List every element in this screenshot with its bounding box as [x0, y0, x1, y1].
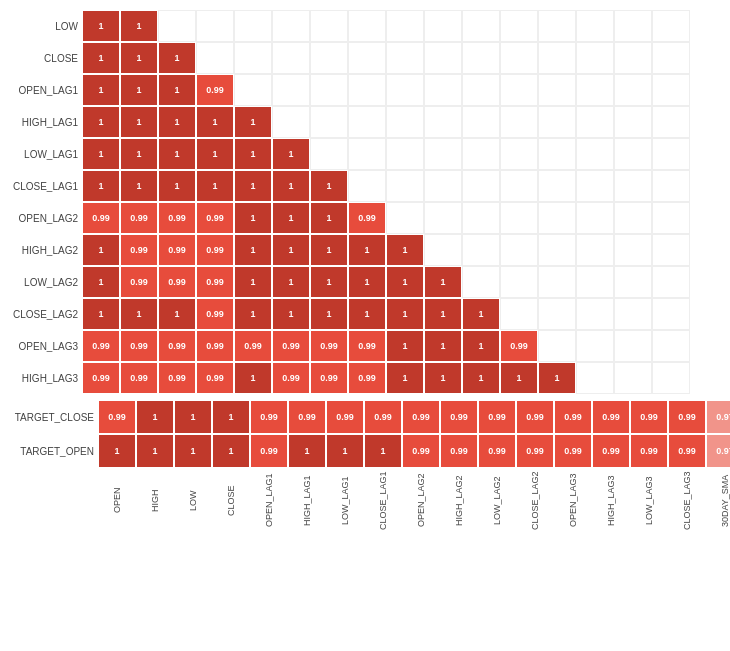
x-axis-label: CLOSE_LAG3 — [668, 468, 706, 533]
lower-heatmap-cell: 0.99 — [516, 434, 554, 468]
upper-grid-row: 10.990.990.99111111 — [82, 266, 690, 298]
upper-heatmap-cell-empty — [614, 362, 652, 394]
upper-heatmap-cell-empty — [614, 106, 652, 138]
upper-heatmap-cell-empty — [652, 234, 690, 266]
upper-grid-row: 11 — [82, 10, 690, 42]
upper-heatmap-cell: 1 — [120, 170, 158, 202]
upper-heatmap-cell-empty — [500, 202, 538, 234]
chart-container: LOWCLOSEOPEN_LAG1HIGH_LAG1LOW_LAG1CLOSE_… — [0, 0, 730, 651]
upper-y-labels: LOWCLOSEOPEN_LAG1HIGH_LAG1LOW_LAG1CLOSE_… — [10, 10, 82, 394]
upper-heatmap-cell-empty — [576, 106, 614, 138]
upper-heatmap-cell: 1 — [348, 234, 386, 266]
upper-heatmap-cell: 0.99 — [120, 330, 158, 362]
upper-heatmap-cell: 1 — [234, 202, 272, 234]
upper-heatmap-cell: 0.99 — [196, 266, 234, 298]
upper-y-label: CLOSE_LAG2 — [10, 298, 82, 330]
upper-heatmap-cell-empty — [576, 10, 614, 42]
x-axis-label: LOW — [174, 468, 212, 533]
lower-heatmap-cell: 0.99 — [630, 400, 668, 434]
upper-heatmap-cell: 1 — [196, 106, 234, 138]
upper-y-label: OPEN_LAG3 — [10, 330, 82, 362]
upper-heatmap-cell: 1 — [82, 234, 120, 266]
upper-heatmap-cell: 0.99 — [158, 234, 196, 266]
upper-y-label: LOW_LAG2 — [10, 266, 82, 298]
upper-heatmap-cell: 1 — [196, 170, 234, 202]
upper-heatmap-cell: 1 — [386, 234, 424, 266]
upper-heatmap-cell: 1 — [120, 10, 158, 42]
upper-heatmap-cell-empty — [614, 74, 652, 106]
upper-heatmap-cell: 1 — [234, 170, 272, 202]
upper-grid-row: 111 — [82, 42, 690, 74]
upper-heatmap-cell: 0.99 — [348, 330, 386, 362]
upper-grid-row: 0.990.990.990.991110.99 — [82, 202, 690, 234]
upper-heatmap-cell-empty — [500, 266, 538, 298]
lower-heatmap-cell: 0.99 — [554, 434, 592, 468]
upper-heatmap-cell-empty — [424, 170, 462, 202]
upper-heatmap-cell-empty — [576, 266, 614, 298]
upper-heatmap-cell: 1 — [272, 170, 310, 202]
lower-heatmap-cell: 1 — [98, 434, 136, 468]
upper-heatmap-cell-empty — [500, 170, 538, 202]
upper-heatmap-cell: 0.99 — [82, 362, 120, 394]
upper-heatmap-cell: 1 — [424, 266, 462, 298]
upper-heatmap-cell-empty — [538, 330, 576, 362]
upper-heatmap-cell: 0.99 — [158, 330, 196, 362]
upper-heatmap-cell: 1 — [234, 106, 272, 138]
upper-heatmap-cell: 1 — [272, 202, 310, 234]
upper-heatmap-cell-empty — [652, 138, 690, 170]
upper-heatmap-cell-empty — [614, 202, 652, 234]
upper-heatmap-cell-empty — [462, 10, 500, 42]
upper-heatmap-cell: 0.99 — [310, 362, 348, 394]
upper-heatmap-cell-empty — [310, 106, 348, 138]
x-axis-label: LOW_LAG3 — [630, 468, 668, 533]
upper-grid-row: 11111 — [82, 106, 690, 138]
upper-heatmap-cell-empty — [538, 298, 576, 330]
upper-grid: 111111110.991111111111111111110.990.990.… — [82, 10, 690, 394]
lower-grid-row: 11110.991110.990.990.990.990.990.990.990… — [98, 434, 730, 468]
upper-y-label: CLOSE_LAG1 — [10, 170, 82, 202]
lower-heatmap-cell: 0.99 — [668, 434, 706, 468]
upper-heatmap-cell: 1 — [310, 234, 348, 266]
lower-heatmap-cell: 0.99 — [478, 400, 516, 434]
upper-heatmap-cell-empty — [576, 234, 614, 266]
upper-heatmap-cell-empty — [196, 42, 234, 74]
x-axis-label: LOW_LAG2 — [478, 468, 516, 533]
lower-y-label: TARGET_CLOSE — [10, 400, 98, 434]
upper-heatmap-cell-empty — [614, 138, 652, 170]
upper-grid-row: 10.990.990.9911111 — [82, 234, 690, 266]
lower-grid: 0.991110.990.990.990.990.990.990.990.990… — [98, 400, 730, 468]
upper-heatmap-cell-empty — [158, 10, 196, 42]
upper-heatmap-cell-empty — [310, 138, 348, 170]
upper-heatmap-cell-empty — [652, 106, 690, 138]
lower-heatmap-cell: 0.99 — [630, 434, 668, 468]
upper-heatmap-cell-empty — [652, 266, 690, 298]
upper-heatmap-cell: 1 — [310, 202, 348, 234]
upper-heatmap-cell: 1 — [348, 266, 386, 298]
x-axis-label: 30DAY_SMA — [706, 468, 730, 533]
upper-heatmap-cell-empty — [386, 170, 424, 202]
lower-heatmap-cell: 1 — [364, 434, 402, 468]
x-axis-label: CLOSE_LAG2 — [516, 468, 554, 533]
lower-heatmap-cell: 1 — [174, 434, 212, 468]
upper-heatmap-cell: 1 — [386, 266, 424, 298]
upper-heatmap-cell: 1 — [82, 266, 120, 298]
lower-heatmap-cell: 0.99 — [554, 400, 592, 434]
upper-heatmap-cell-empty — [614, 10, 652, 42]
upper-heatmap-cell-empty — [652, 74, 690, 106]
lower-heatmap-cell: 0.99 — [98, 400, 136, 434]
upper-heatmap-cell: 0.99 — [82, 330, 120, 362]
lower-grid-row: 0.991110.990.990.990.990.990.990.990.990… — [98, 400, 730, 434]
upper-heatmap-cell-empty — [310, 10, 348, 42]
upper-heatmap-cell-empty — [234, 42, 272, 74]
lower-y-label: TARGET_OPEN — [10, 434, 98, 468]
upper-heatmap-cell: 0.99 — [120, 202, 158, 234]
upper-heatmap-cell-empty — [576, 362, 614, 394]
upper-heatmap-cell: 1 — [196, 138, 234, 170]
upper-heatmap-cell-empty — [538, 266, 576, 298]
upper-heatmap-cell-empty — [576, 74, 614, 106]
upper-heatmap-cell: 0.99 — [196, 74, 234, 106]
upper-heatmap-cell-empty — [538, 138, 576, 170]
upper-heatmap-cell: 0.99 — [272, 362, 310, 394]
upper-heatmap-cell: 0.99 — [348, 202, 386, 234]
upper-heatmap-cell: 1 — [424, 330, 462, 362]
